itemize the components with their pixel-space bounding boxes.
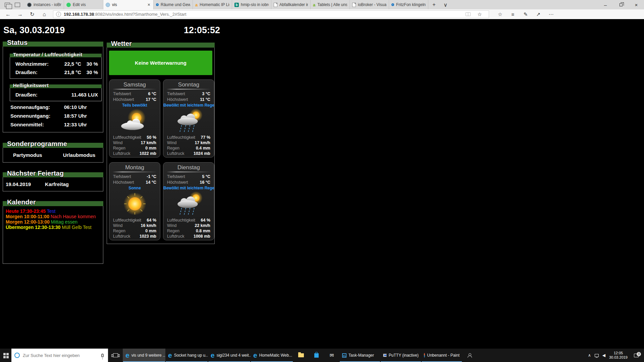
tab-homematic-ip-lichts[interactable]: a Homematic IP Lichts — [193, 0, 232, 9]
stat-label: Luftfeuchtigkeit — [113, 218, 141, 223]
date-display: Sa, 30.03.2019 — [3, 25, 65, 36]
lux-value: 11.463 LUX — [71, 92, 98, 98]
rain-cloud-icon — [169, 108, 209, 135]
page-icon — [274, 3, 277, 7]
partymodus-button[interactable]: Partymodus — [13, 152, 42, 158]
tab-tablets[interactable]: a Tablets | Alle unsere — [311, 0, 350, 9]
reading-list-icon[interactable]: ≡ — [506, 11, 519, 17]
notification-badge: 3 — [637, 352, 641, 356]
tab-list-chevron-icon[interactable]: ∨ — [440, 0, 451, 9]
stat-value: 1800 m — [196, 239, 210, 240]
table-row: Schneefall1800 m — [163, 239, 214, 240]
network-icon[interactable] — [595, 354, 599, 357]
file-explorer-button[interactable] — [293, 349, 309, 362]
stat-label: Schneefall — [167, 239, 186, 240]
url-bar[interactable]: i 192.168.178.38:8082/vis/index.html?Sma… — [53, 10, 489, 18]
forecast-grid: Samstag Tiefstwert 6 °C Höchstwert 17 °C… — [109, 79, 212, 240]
window-controls: – × — [598, 0, 644, 9]
hub-favorites-icon[interactable]: ☆ — [494, 11, 506, 17]
divider — [167, 89, 211, 89]
row-value: 06:10 Uhr — [64, 104, 87, 110]
tab-hmip-slo[interactable]: b hmip-slo in iobroker — [232, 0, 271, 9]
url-host: 192.168.178.38 — [64, 12, 94, 17]
tab-close-icon[interactable]: × — [147, 2, 151, 7]
tab-vis-active[interactable]: vis × — [103, 0, 154, 9]
stat-value: 1023 mb — [140, 234, 156, 239]
more-options-icon[interactable]: ⋯ — [545, 11, 557, 17]
tab-raeume-und-gewerke[interactable]: Räume und Gewerke — [154, 0, 193, 9]
stat-value: 17 km/h — [141, 140, 156, 145]
vis-dashboard: Sa, 30.03.2019 12:05:52 Status Temperatu… — [0, 19, 644, 349]
day-title: Samstag — [109, 81, 160, 88]
mail-button[interactable]: ✉ — [324, 349, 339, 362]
table-row: Regen0.4 mm — [163, 145, 214, 151]
table-row: Luftfeuchtigkeit64 % — [109, 218, 160, 223]
forecast-card-sonntag: Sonntag Tiefstwert 3 °C Höchstwert 11 °C… — [163, 79, 214, 158]
taskbar-clock[interactable]: 12:05 30.03.2019 — [609, 351, 628, 360]
tab-fritzfon[interactable]: FritzFon klingeln lass — [389, 0, 428, 9]
microsoft-store-button[interactable] — [309, 349, 324, 362]
table-row: Luftfeuchtigkeit50 % — [109, 135, 160, 140]
stat-label: Regen — [167, 228, 179, 234]
table-row: Schneefall1300 m — [163, 156, 214, 158]
stat-label: Regen — [113, 145, 125, 151]
volume-icon[interactable]: ◀ — [602, 353, 605, 358]
close-button[interactable]: × — [629, 0, 644, 9]
taskbar-window-paint[interactable]: Unbenannt - Paint — [421, 349, 462, 362]
tab-abfallkalender[interactable]: Abfallkalender in ioB — [271, 0, 311, 9]
entry-time: Heute 17:30-23:45 — [6, 208, 46, 214]
divider — [113, 172, 157, 172]
tab-edit-vis[interactable]: Edit vis — [64, 0, 103, 9]
edge-icon: e — [211, 352, 215, 359]
info-icon[interactable]: i — [56, 12, 61, 17]
room-label: Draußen: — [15, 92, 71, 98]
refresh-icon[interactable]: ↻ — [26, 11, 38, 17]
wetter-body: Keine Wetterwarnung Samstag Tiefstwert 6… — [107, 48, 215, 244]
urlaubmodus-button[interactable]: Urlaubmodus — [63, 152, 96, 158]
microphone-icon[interactable] — [101, 354, 104, 357]
taskbar-app-edge-vis[interactable]: e vis und 9 weitere ... — [123, 349, 165, 362]
reading-view-icon[interactable] — [466, 12, 471, 16]
table-row: Luftfeuchtigkeit64 % — [163, 218, 214, 223]
tab-instances-iobroker[interactable]: instances - ioBroker — [25, 0, 64, 9]
stat-label: Tiefstwert — [167, 91, 185, 97]
taskbar-window-putty[interactable]: PuTTY (inactive) — [380, 349, 421, 362]
system-tray: ∧ ◀ 12:05 30.03.2019 3 — [585, 349, 644, 362]
stat-label: Luftfeuchtigkeit — [113, 135, 141, 140]
new-tab-button[interactable]: + — [428, 0, 440, 9]
tab-preview-icon[interactable] — [15, 3, 20, 7]
taskbar-window-task-manager[interactable]: Task-Manager — [339, 349, 380, 362]
url-text[interactable]: 192.168.178.38:8082/vis/index.html?Smart… — [64, 12, 463, 17]
tray-chevron-up-icon[interactable]: ∧ — [588, 353, 591, 358]
table-row: Luftdruck1024 mb — [163, 151, 214, 156]
taskbar-app-edge-homematic[interactable]: e HomeMatic Web... — [251, 349, 293, 362]
taskbar-app-edge-sigi234[interactable]: e sigi234 und 4 weit... — [208, 349, 251, 362]
search-input[interactable] — [23, 353, 98, 358]
iobroker-icon — [27, 3, 32, 7]
stat-value: 16 °C — [200, 180, 210, 185]
status-panel: Status Temperatur / Luftfeuchtigkeit Woh… — [3, 37, 103, 132]
tab-iobroker-visualisier[interactable]: ioBroker - Visualisier — [350, 0, 389, 9]
stat-value: 22 km/h — [195, 223, 210, 228]
task-view-button[interactable] — [108, 349, 123, 362]
web-note-pen-icon[interactable]: ✎ — [519, 11, 532, 17]
start-button[interactable] — [0, 349, 11, 362]
minimize-button[interactable]: – — [598, 0, 613, 9]
tab-label: hmip-slo in iobroker — [241, 2, 269, 7]
share-icon[interactable]: ↗ — [532, 11, 545, 17]
table-row: Wind17 km/h — [163, 140, 214, 145]
table-row: Draußen: 21,8 °C 30 % — [10, 68, 101, 76]
forward-icon[interactable]: → — [14, 11, 26, 17]
taskbar-app-edge-socket[interactable]: e Socket hang up u... — [165, 349, 208, 362]
restore-button[interactable] — [613, 0, 629, 9]
table-row: Höchstwert 14 °C — [109, 180, 160, 185]
people-button[interactable] — [462, 349, 477, 362]
taskbar-search[interactable] — [11, 349, 108, 362]
humidity-value: 30 % — [81, 61, 98, 67]
set-aside-tabs-icon[interactable] — [5, 3, 10, 7]
table-row: Tiefstwert 5 °C — [163, 174, 214, 180]
favorite-star-icon[interactable]: ☆ — [473, 11, 486, 17]
home-icon[interactable]: ⌂ — [38, 11, 50, 17]
back-icon[interactable]: ← — [2, 11, 14, 17]
action-center-button[interactable]: 3 — [631, 354, 641, 357]
